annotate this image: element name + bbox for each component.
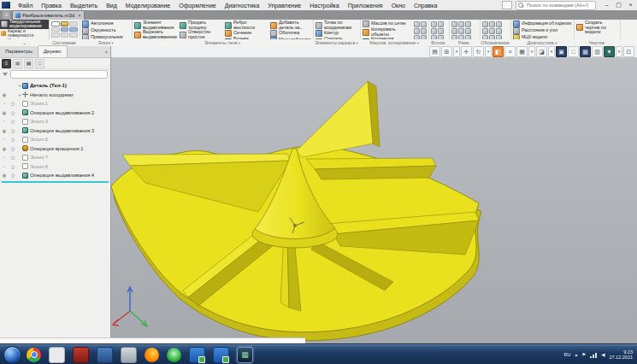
section-dropdown-icon[interactable]: ▾ (548, 46, 555, 57)
menu-view[interactable]: Вид (102, 3, 121, 9)
tree-options-icon[interactable]: □ (35, 59, 44, 68)
restore-button[interactable]: ▢ (613, 1, 624, 9)
group-label-annot[interactable]: Обозначения (480, 40, 510, 45)
quick-lines-icon[interactable]: □ (568, 46, 579, 57)
history-icon[interactable]: ◷ (9, 164, 17, 169)
menu-diagnostics[interactable]: Диагностика (221, 3, 264, 9)
redo-icon[interactable] (61, 27, 69, 32)
tree-item-revolve[interactable]: ◉◷ Операция вращения:1 (0, 144, 110, 154)
menu-management[interactable]: Управление (263, 3, 305, 9)
annotation-tool-icon[interactable] (482, 21, 488, 27)
display-dropdown-icon[interactable]: ▾ (528, 46, 535, 57)
kompas-3d-icon[interactable] (189, 347, 205, 363)
firefox-icon[interactable] (145, 348, 159, 362)
save-icon[interactable] (69, 21, 78, 26)
visibility-icon[interactable]: ▫ (0, 119, 9, 124)
aux-tool-icon[interactable] (438, 28, 444, 34)
group-label-frame[interactable]: Элементы каркаса (313, 40, 360, 45)
autoline-button[interactable]: Автолиния (81, 21, 131, 27)
zoom-area-icon[interactable]: ⊞ (441, 46, 452, 57)
circle-button[interactable]: Окружность (81, 27, 131, 34)
chrome-icon[interactable] (27, 348, 41, 362)
orientation-icon[interactable]: ◧ (492, 46, 504, 57)
print-icon[interactable] (69, 27, 78, 32)
filter-dropdown-icon[interactable]: ▾ (616, 46, 622, 57)
annotation-tool-icon[interactable] (496, 21, 502, 27)
tree-layers-icon[interactable]: ▤ (13, 59, 22, 68)
aux-tool-icon[interactable] (431, 21, 437, 27)
history-icon[interactable]: ◷ (9, 146, 17, 151)
menu-help[interactable]: Справка (410, 3, 441, 9)
properties-icon[interactable] (69, 32, 78, 38)
fin-upper-right[interactable] (306, 158, 436, 179)
visibility-icon[interactable]: ◉ (0, 146, 9, 151)
tree-item-sketch[interactable]: ▫◷ Эскиз:7 (0, 153, 110, 162)
history-icon[interactable]: ◷ (9, 155, 17, 160)
shell-button[interactable]: Оболочка (269, 30, 315, 37)
annotation-tool-icon[interactable] (496, 28, 502, 34)
tab-tree[interactable]: Дерево (38, 45, 68, 57)
tree-item-sketch[interactable]: ▫◷ Эскиз:3 (0, 117, 110, 126)
pan-icon[interactable]: ✛ (461, 46, 472, 57)
action-center-icon[interactable]: ⚑ (581, 352, 586, 357)
build-pointer-line[interactable] (2, 181, 109, 183)
explorer-icon[interactable] (49, 347, 65, 363)
annotation-tool-icon[interactable] (489, 28, 495, 34)
group-label-dims[interactable]: Разм. (449, 40, 480, 45)
cut-extrude-button[interactable]: Вырезать выдавливанием (133, 30, 179, 39)
clipboard-icon[interactable]: ▤ (429, 46, 440, 57)
tree-item-extrude[interactable]: ◉◷ Операция выдавливания:3 (0, 126, 110, 136)
menu-settings[interactable]: Настройка (305, 3, 343, 9)
menu-window[interactable]: Окно (387, 3, 410, 9)
group-label-diagnostics[interactable]: Диагностика (510, 40, 574, 45)
section-view-icon[interactable]: ◪ (536, 46, 547, 57)
3d-model-canvas[interactable] (111, 58, 637, 343)
display-mode-icon[interactable]: ▦ (516, 46, 528, 57)
history-icon[interactable]: ◷ (9, 137, 17, 142)
simple-hole-button[interactable]: Отверстие простое (179, 30, 224, 39)
volume-icon[interactable]: ◀ (601, 352, 605, 357)
visibility-icon[interactable]: ◉ (0, 128, 9, 133)
taskbar-clock[interactable]: 9:23 27.12.2021 (609, 349, 633, 360)
group-label-drawing[interactable]: Чертеж (574, 40, 620, 45)
visibility-icon[interactable]: ▫ (0, 164, 9, 169)
tree-item-sketch[interactable]: ▫◷ Эскиз:6 (0, 135, 110, 144)
array-tool-icon[interactable] (421, 28, 427, 34)
panel-close-icon[interactable]: × (104, 48, 108, 57)
filter-funnel-icon[interactable] (3, 73, 8, 76)
copy-icon[interactable] (51, 32, 60, 38)
minimize-button[interactable]: – (601, 1, 612, 9)
extra-tools-icon[interactable]: ⊡ (623, 46, 634, 57)
open-document-icon[interactable] (61, 21, 69, 26)
history-icon[interactable]: ◷ (9, 101, 17, 106)
tree-item-origin[interactable]: ◉ Начало координат (0, 91, 110, 100)
menu-edit[interactable]: Правка (37, 3, 66, 9)
annotation-tool-icon[interactable] (482, 28, 488, 34)
tree-item-sketch[interactable]: ▫◷ Эскиз:1 (0, 99, 110, 109)
paste-icon[interactable] (61, 32, 69, 38)
menu-modeling[interactable]: Моделирование (121, 3, 174, 9)
tab-parameters[interactable]: Параметры (0, 46, 38, 57)
command-search-input[interactable] (525, 2, 595, 9)
kompas-3d-icon[interactable] (213, 347, 229, 363)
history-icon[interactable]: ◷ (9, 173, 17, 178)
rotate-dropdown-icon[interactable]: ▾ (485, 46, 492, 57)
rib-button[interactable]: Ребро жесткости (224, 21, 269, 30)
command-search[interactable] (516, 1, 596, 10)
create-drawing-button[interactable]: Создать чертеж по модели (575, 21, 619, 35)
product-info-button[interactable]: Информация об изделии (512, 21, 573, 27)
group-label-sketch[interactable]: Эскиз (80, 40, 132, 45)
group-label-aux[interactable]: Вспом. (428, 40, 449, 45)
menu-layout[interactable]: Оформление (174, 3, 220, 9)
tree-relations-icon[interactable]: ▦ (24, 59, 33, 68)
perspective-icon[interactable]: ▥ (592, 46, 603, 57)
group-label-body[interactable]: Элементы тела (132, 40, 313, 45)
array-tool-icon[interactable] (414, 28, 420, 34)
history-icon[interactable]: ◷ (9, 110, 17, 115)
visibility-icon[interactable]: ◉ (0, 110, 9, 115)
group-label-array[interactable]: Массив, копирование (360, 40, 428, 45)
active-app-icon[interactable]: ▦ (237, 347, 253, 363)
point-by-coords-button[interactable]: Точка по координатам (315, 21, 359, 30)
tree-item-sketch[interactable]: ▫◷ Эскиз:8 (0, 162, 110, 172)
history-icon[interactable]: ◷ (9, 119, 17, 124)
